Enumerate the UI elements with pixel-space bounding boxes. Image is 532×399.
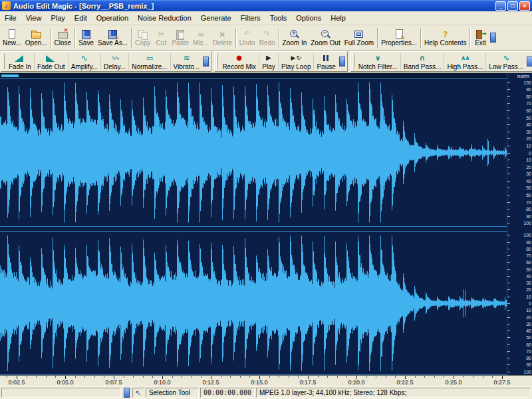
effects-panel-2: Record MixPlayPlay LoopPause <box>214 51 347 72</box>
ruler-minor-tick <box>230 376 231 378</box>
toolbar-button-cut[interactable]: Cut <box>152 27 170 49</box>
toolbar-button-delay[interactable]: Delay... <box>102 52 128 72</box>
waveform-left-channel[interactable] <box>0 78 507 227</box>
panel-drag-handle[interactable] <box>216 54 218 69</box>
menu-item-operation[interactable]: Operation <box>92 12 133 24</box>
ruler-minor-tick <box>473 376 473 378</box>
ruler-minor-tick <box>337 376 338 378</box>
toolbar-button-copy[interactable]: Copy <box>133 27 152 49</box>
overview-bar[interactable] <box>0 73 507 78</box>
toolbar-button-normalize[interactable]: Normalize... <box>130 52 169 72</box>
toolbar-button-properties[interactable]: Properties... <box>379 27 419 49</box>
menu-item-generate[interactable]: Generate <box>196 12 236 24</box>
toolbar-button-play[interactable]: Play <box>260 52 277 72</box>
ruler-minor-tick <box>386 376 386 378</box>
minimize-button[interactable]: _ <box>495 1 506 11</box>
button-separator <box>444 53 444 70</box>
toolbar-button-zoom-in[interactable]: Zoom In <box>281 27 309 49</box>
toolbar-button-label: Save <box>78 39 94 47</box>
zoom-in-icon <box>289 29 300 39</box>
toolbar-button-help-contents[interactable]: Help Contents <box>422 27 468 49</box>
toolbar-button-label: Delay... <box>104 63 126 70</box>
toolbar-button-amplify[interactable]: Amplify... <box>69 52 100 72</box>
toolbar-button-high-pass[interactable]: High Pass... <box>445 52 485 72</box>
toolbar-button-notch-filter[interactable]: Notch Filter... <box>356 52 400 72</box>
toolbar-customize-button[interactable] <box>490 33 496 43</box>
title-bar[interactable]: Audio Edit Magic - [Sorry__PSB_remix_] _… <box>0 0 532 11</box>
toolbar-button-label: Play Loop <box>281 63 311 70</box>
ruler-minor-tick <box>492 376 493 378</box>
ruler-minor-tick <box>133 376 134 378</box>
toolbar-separator <box>420 28 421 48</box>
maximize-button[interactable]: □ <box>507 1 518 11</box>
menu-item-edit[interactable]: Edit <box>70 12 92 24</box>
menu-item-filters[interactable]: Filters <box>236 12 265 24</box>
toolbar-button-save-as[interactable]: Save As... <box>96 27 130 49</box>
menu-item-tools[interactable]: Tools <box>265 12 292 24</box>
toolbar-button-play-loop[interactable]: Play Loop <box>279 52 313 72</box>
scale-tick <box>507 249 510 249</box>
ruler-minor-tick <box>376 376 376 378</box>
toolbar-button-new[interactable]: New... <box>1 27 23 49</box>
waveform-right-canvas[interactable] <box>0 231 507 375</box>
copy-icon <box>137 29 148 39</box>
cut-icon <box>156 29 167 39</box>
scale-label: 20 <box>526 164 531 169</box>
toolbar-button-redo[interactable]: Redo <box>257 27 277 49</box>
toolbar-button-pause[interactable]: Pause <box>315 52 337 72</box>
full-zoom-icon <box>353 29 364 39</box>
fade-in-icon <box>14 53 25 63</box>
panel-drag-handle[interactable] <box>3 54 5 69</box>
scale-label: 10 <box>526 143 531 148</box>
scale-label: 70 <box>526 101 531 106</box>
toolbar-button-record-mix[interactable]: Record Mix <box>220 52 258 72</box>
menu-item-help[interactable]: Help <box>326 12 350 24</box>
menu-item-view[interactable]: View <box>21 12 47 24</box>
menu-item-play[interactable]: Play <box>46 12 69 24</box>
ruler-minor-tick <box>27 376 27 378</box>
waveform-left-canvas[interactable] <box>0 78 507 227</box>
toolbar-button-label: Properties... <box>381 39 417 47</box>
waveform-right-channel[interactable] <box>0 231 507 375</box>
overview-position-indicator[interactable] <box>1 74 19 77</box>
toolbar-button-label: Zoom Out <box>311 39 340 47</box>
fade-out-icon <box>45 53 57 63</box>
toolbar-button-low-pass[interactable]: Low Pass... <box>487 52 525 72</box>
toolbar-button-close[interactable]: Close <box>53 27 74 49</box>
amplitude-scale-column: norm 10090807060504030201001020304050607… <box>507 73 532 375</box>
button-separator <box>34 53 35 70</box>
panel-drag-handle[interactable] <box>352 54 354 69</box>
scale-label: 10 <box>526 308 531 313</box>
toolbar-button-delete[interactable]: Delete <box>211 27 234 49</box>
amplitude-scale-right: 1009080706050403020100102030405060708090… <box>507 231 532 375</box>
toolbar-button-fade-out[interactable]: Fade Out <box>35 52 67 72</box>
menu-item-noise-reduction[interactable]: Noise Reduction <box>133 12 196 24</box>
toolbar-button-full-zoom[interactable]: Full Zoom <box>342 27 376 49</box>
timeline-ruler[interactable]: 0:02.50:05.00:07.50:10.00:12.50:15.00:17… <box>0 375 532 386</box>
menu-item-options[interactable]: Options <box>291 12 326 24</box>
toolbar-button-exit[interactable]: Exit <box>471 27 489 49</box>
scale-label: 50 <box>526 186 531 190</box>
toolbar-button-mix[interactable]: Mix... <box>191 27 211 49</box>
toolbar-button-band-pass[interactable]: Band Pass... <box>402 52 444 72</box>
toolbar-overflow-button[interactable] <box>203 57 209 66</box>
toolbar-overflow-button[interactable] <box>339 57 345 66</box>
scale-label: 90 <box>526 213 531 218</box>
ruler-minor-tick <box>424 376 425 378</box>
toolbar-button-undo[interactable]: Undo <box>237 27 257 49</box>
close-button[interactable]: × <box>519 1 530 11</box>
scale-label: 30 <box>526 321 531 326</box>
toolbar-button-fade-in[interactable]: Fade In <box>7 52 33 72</box>
toolbar-button-save[interactable]: Save <box>76 27 96 49</box>
ruler-minor-tick <box>395 376 396 378</box>
toolbar-button-open[interactable]: Open... <box>23 27 49 49</box>
toolbar-button-vibrato[interactable]: Vibrato... <box>172 52 202 72</box>
toolbar-button-zoom-out[interactable]: Zoom Out <box>309 27 342 49</box>
scale-label: 60 <box>526 260 531 265</box>
toolbar-overflow-button[interactable] <box>527 57 532 66</box>
menu-bar: FileViewPlayEditOperationNoise Reduction… <box>0 11 532 25</box>
ruler-minor-tick <box>249 376 250 378</box>
menu-item-file[interactable]: File <box>0 12 21 24</box>
toolbar-button-paste[interactable]: Paste <box>170 27 191 49</box>
toolbar-button-label: Full Zoom <box>344 39 374 47</box>
